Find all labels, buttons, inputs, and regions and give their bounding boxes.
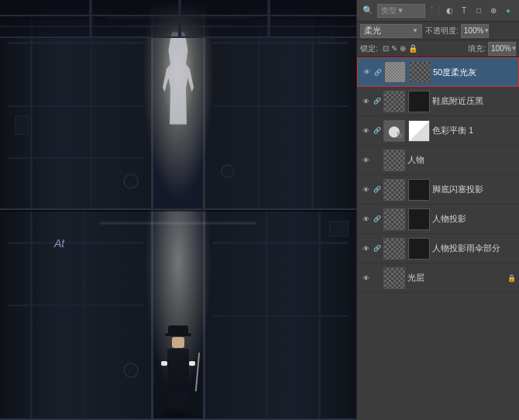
fill-control: 填充: 100% ▼ [468,42,516,56]
lock-artboard-icon[interactable]: ⊕ [400,44,406,53]
layers-list: 👁 🔗 50度柔光灰 👁 🔗 [357,57,519,420]
layer-item[interactable]: 👁 🔗 鞋底附近压黑 [357,87,519,116]
opacity-input[interactable]: 100% ▼ [461,24,489,38]
blend-opacity-row: 柔光 ▼ 不透明度: 100% ▼ [357,22,519,40]
layer-visibility-toggle[interactable]: 👁 [360,214,371,225]
scene-bottom [0,210,356,420]
layer-visibility-toggle[interactable]: 👁 [360,184,371,195]
layer-thumbnail [384,61,406,83]
layer-name: 光层 [407,272,505,284]
layer-thumbnail [383,150,405,171]
lock-icons-group: ⊡ ✎ ⊕ 🔒 [383,44,418,53]
ceiling-light-bottom [100,222,256,224]
layer-link-icon[interactable]: 🔗 [374,67,382,77]
layer-thumbnail [383,238,405,260]
scene-divider [0,210,356,212]
fill-input[interactable]: 100% ▼ [488,42,516,56]
layer-type-value: 类型 [381,5,397,16]
search-icon: 🔍 [362,5,374,17]
opacity-label: 不透明度: [425,26,459,36]
layer-link-icon[interactable]: 🔗 [373,96,381,107]
layer-item[interactable]: 👁 人物 [357,146,519,175]
lock-row: 锁定: ⊡ ✎ ⊕ 🔒 填充: 100% ▼ [357,40,519,57]
layer-visibility-toggle[interactable]: 👁 [360,126,371,136]
layer-visibility-toggle[interactable]: 👁 [361,67,372,77]
type-chevron-icon: ▼ [397,6,404,15]
layer-link-icon[interactable]: 🔗 [373,243,381,254]
layer-thumbnail: ⬤ fx [383,120,405,142]
opacity-value-text: 100% [464,26,484,35]
layer-item[interactable]: 👁 🔗 ⬤ fx 色彩平衡 1 [357,116,519,146]
layer-name: 脚底闪塞投影 [432,184,516,195]
legs [170,391,187,413]
scene-top [0,0,356,210]
layer-item[interactable]: 👁 🔗 人物投影 [357,205,519,234]
layer-name: 人物投影 [432,213,516,225]
fill-chevron-icon: ▼ [511,45,517,52]
toggle-filter-icon[interactable]: ● [502,5,514,17]
layer-thumbnail [383,267,405,289]
layer-link-icon[interactable]: 🔗 [373,126,381,136]
layer-item[interactable]: 👁 🔗 脚底闪塞投影 [357,175,519,205]
shape-filter-icon[interactable]: □ [473,5,485,17]
layer-visibility-toggle[interactable]: 👁 [360,155,371,166]
person-figure [159,325,198,416]
layer-name: 50度柔光灰 [433,67,515,78]
layer-item[interactable]: 👁 🔗 人物投影雨伞部分 [357,234,519,263]
text-filter-icon[interactable]: T [458,5,470,17]
person-shadow [165,413,192,416]
layer-thumbnail [383,208,405,230]
layer-name: 人物投影雨伞部分 [432,243,516,254]
layer-link-icon[interactable]: 🔗 [373,184,381,195]
layer-name: 色彩平衡 1 [432,125,516,136]
layer-thumbnail [383,91,405,112]
bottom-door-right [203,210,356,420]
opacity-control: 不透明度: 100% ▼ [425,24,516,38]
layer-mask-thumbnail [408,208,430,230]
pixel-filter-icon[interactable]: ⬛ [428,5,441,17]
silhouette-figure [159,32,198,125]
blend-mode-value: 柔光 [364,25,381,36]
blend-chevron-icon: ▼ [412,27,418,34]
blend-mode-select[interactable]: 柔光 ▼ [360,24,422,38]
opacity-chevron-icon: ▼ [483,27,490,34]
fill-value-text: 100% [491,44,511,53]
layer-name: 人物 [407,154,516,166]
layer-mask-thumbnail [409,61,431,83]
layer-visibility-toggle[interactable]: 👁 [360,96,371,107]
fill-label: 填充: [468,43,486,54]
hat [168,325,188,336]
layer-lock-icon: 🔒 [507,274,516,282]
layer-mask-thumbnail [408,91,430,112]
head [172,337,184,348]
lock-position-icon[interactable]: ✎ [391,44,397,53]
layer-item[interactable]: 👁 光层 🔒 [357,263,519,293]
at-text-overlay: At [54,237,64,250]
adjustment-filter-icon[interactable]: ◐ [443,5,455,17]
layer-thumbnail [383,179,405,201]
layer-visibility-toggle[interactable]: 👁 [360,243,371,254]
canvas-background: At [0,0,356,420]
layer-mask-thumbnail [408,238,430,260]
photoshop-workspace: At 🔍 类型 ▼ ⬛ ◐ T □ ⊕ ● 柔光 ▼ [0,0,519,420]
canvas-area: At [0,0,356,420]
upper-beam-structure [0,0,356,38]
lock-label: 锁定: [360,43,378,54]
layer-visibility-toggle[interactable]: 👁 [360,273,371,284]
layers-panel: 🔍 类型 ▼ ⬛ ◐ T □ ⊕ ● 柔光 ▼ 不透明度: [356,0,519,420]
coat [167,349,189,391]
layer-mask-thumbnail [408,179,430,201]
panel-filter-icons: ⬛ ◐ T □ ⊕ ● [428,5,514,17]
panel-search-bar: 🔍 类型 ▼ ⬛ ◐ T □ ⊕ ● [357,0,519,22]
layer-mask-thumbnail [408,120,430,142]
layer-type-select[interactable]: 类型 ▼ [377,4,425,18]
smartobj-filter-icon[interactable]: ⊕ [487,5,500,17]
lock-all-icon[interactable]: 🔒 [408,44,418,53]
lock-pixels-icon[interactable]: ⊡ [383,44,389,53]
layer-item[interactable]: 👁 🔗 50度柔光灰 [357,57,519,87]
layer-link-icon[interactable]: 🔗 [373,214,381,225]
layer-name: 鞋底附近压黑 [432,95,516,107]
bottom-door-left [0,210,153,420]
